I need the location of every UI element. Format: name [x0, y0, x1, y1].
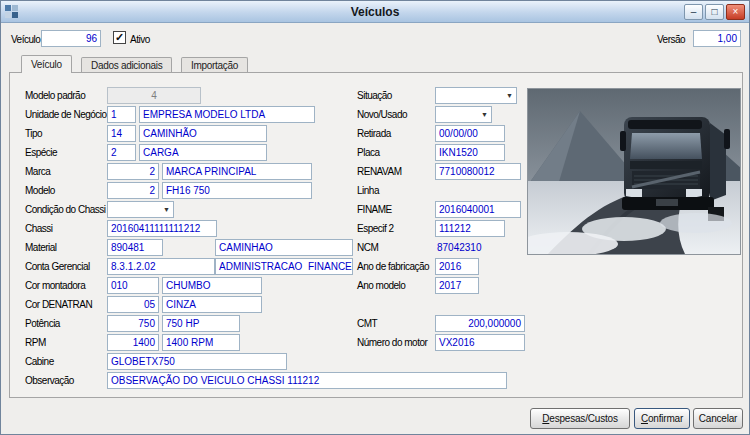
material-code-input[interactable]: 890481 [107, 239, 163, 256]
tab-importacao[interactable]: Importação [181, 57, 248, 72]
app-icon [5, 5, 19, 19]
modelo-padrao-input: 4 [107, 87, 201, 104]
observacao-input[interactable]: OBSERVAÇÃO DO VEICULO CHASSI 111212 [107, 372, 507, 389]
rpm-code-input[interactable]: 1400 [107, 334, 159, 351]
versao-input: 1,00 [693, 30, 741, 47]
cmt-input[interactable]: 200,000000 [435, 315, 525, 332]
modelo-code-input[interactable]: 2 [107, 182, 159, 199]
material-desc-field[interactable]: CAMINHAO [215, 239, 353, 256]
ncm-value: 87042310 [437, 239, 482, 256]
renavam-label: RENAVAM [357, 165, 401, 179]
especie-desc-field[interactable]: CARGA [139, 144, 267, 161]
cor-montadora-code-input[interactable]: 010 [107, 277, 159, 294]
situacao-label: Situação [357, 89, 392, 103]
ano-fabricacao-label: Ano de fabricação [357, 260, 429, 274]
close-icon: × [733, 6, 739, 17]
numero-motor-label: Número do motor [357, 336, 427, 350]
tipo-desc-field[interactable]: CAMINHÃO [139, 125, 267, 142]
ano-modelo-label: Ano modelo [357, 279, 405, 293]
cor-denatran-code-input[interactable]: 05 [107, 296, 159, 313]
vehicle-photo [527, 88, 741, 255]
ncm-label: NCM [357, 241, 378, 255]
retirada-input[interactable]: 00/00/00 [435, 125, 505, 142]
especie-label: Espécie [25, 146, 57, 160]
condicao-chassi-select[interactable]: Normal ▼ [107, 201, 174, 218]
ativo-checkbox[interactable]: ✓ [113, 31, 126, 44]
especif2-label: Especif 2 [357, 222, 394, 236]
chevron-down-icon: ▼ [506, 88, 513, 104]
app-window: Veículos – □ × Veículo 96 ✓ Ativo Versão… [0, 0, 750, 435]
potencia-desc-field[interactable]: 750 HP [162, 315, 240, 332]
cor-denatran-desc-field[interactable]: CINZA [162, 296, 262, 313]
veiculo-number-input[interactable]: 96 [41, 30, 101, 47]
cabine-input[interactable]: GLOBETX750 [107, 353, 287, 370]
ano-fabricacao-input[interactable]: 2016 [435, 258, 479, 275]
modelo-desc-field[interactable]: FH16 750 [162, 182, 312, 199]
material-label: Material [25, 241, 57, 255]
unidade-negocio-label: Unidade de Negócio [25, 108, 107, 122]
conta-gerencial-code-input[interactable]: 8.3.1.2.02 [107, 258, 215, 275]
unidade-negocio-code-input[interactable]: 1 [107, 106, 136, 123]
tipo-label: Tipo [25, 127, 42, 141]
rpm-label: RPM [25, 336, 46, 350]
unidade-negocio-desc-field[interactable]: EMPRESA MODELO LTDA [139, 106, 315, 123]
ativo-label: Ativo [130, 33, 150, 47]
finame-label: FINAME [357, 203, 392, 217]
tipo-code-input[interactable]: 14 [107, 125, 136, 142]
potencia-code-input[interactable]: 750 [107, 315, 159, 332]
situacao-select[interactable]: Disponível ▼ [435, 87, 517, 104]
modelo-padrao-label: Modelo padrão [25, 89, 85, 103]
placa-input[interactable]: IKN1520 [435, 144, 505, 161]
chevron-down-icon: ▼ [163, 202, 170, 218]
veiculo-number-label: Veículo [11, 33, 40, 47]
cor-denatran-label: Cor DENATRAN [25, 298, 92, 312]
marca-code-input[interactable]: 2 [107, 163, 159, 180]
potencia-label: Potência [25, 317, 60, 331]
renavam-input[interactable]: 7710080012 [435, 163, 521, 180]
window-title: Veículos [1, 5, 749, 19]
minimize-icon: – [691, 6, 697, 17]
minimize-button[interactable]: – [684, 4, 703, 20]
cancelar-button[interactable]: Cancelar [693, 408, 743, 429]
cabine-label: Cabine [25, 355, 54, 369]
conta-gerencial-desc-field[interactable]: ADMINISTRACAO FINANCEIRA [215, 258, 353, 275]
chassi-label: Chassi [25, 222, 53, 236]
cor-montadora-desc-field[interactable]: CHUMBO [162, 277, 262, 294]
cor-montadora-label: Cor montadora [25, 279, 85, 293]
especif2-input[interactable]: 111212 [435, 220, 505, 237]
close-button[interactable]: × [726, 4, 745, 20]
maximize-icon: □ [711, 6, 717, 17]
check-icon: ✓ [115, 31, 124, 43]
tab-dados-adicionais[interactable]: Dados adicionais [81, 57, 172, 72]
novo-usado-select[interactable]: Novo ▼ [435, 106, 492, 123]
marca-label: Marca [25, 165, 50, 179]
confirmar-button[interactable]: Confirmar [634, 408, 690, 429]
window-controls: – □ × [684, 4, 745, 20]
finame-input[interactable]: 2016040001 [435, 201, 521, 218]
cmt-label: CMT [357, 317, 377, 331]
marca-desc-field[interactable]: MARCA PRINCIPAL [162, 163, 312, 180]
tab-veiculo[interactable]: Veículo [21, 55, 72, 73]
titlebar[interactable]: Veículos – □ × [1, 1, 749, 23]
numero-motor-input[interactable]: VX2016 [435, 334, 525, 351]
retirada-label: Retirada [357, 127, 391, 141]
ano-modelo-input[interactable]: 2017 [435, 277, 479, 294]
despesas-custos-button[interactable]: Despesas/Custos [530, 408, 630, 429]
versao-label: Versão [657, 33, 685, 47]
truck-illustration [528, 89, 741, 255]
maximize-button[interactable]: □ [705, 4, 724, 20]
conta-gerencial-label: Conta Gerencial [25, 260, 90, 274]
modelo-label: Modelo [25, 184, 55, 198]
novo-usado-label: Novo/Usado [357, 108, 407, 122]
observacao-label: Observação [25, 374, 74, 388]
placa-label: Placa [357, 146, 380, 160]
condicao-chassi-label: Condição do Chassi [25, 203, 106, 217]
chevron-down-icon: ▼ [481, 107, 488, 123]
chassi-input[interactable]: 20160411111111212 [107, 220, 217, 237]
especie-code-input[interactable]: 2 [107, 144, 136, 161]
rpm-desc-field[interactable]: 1400 RPM [162, 334, 240, 351]
linha-label: Linha [357, 184, 379, 198]
